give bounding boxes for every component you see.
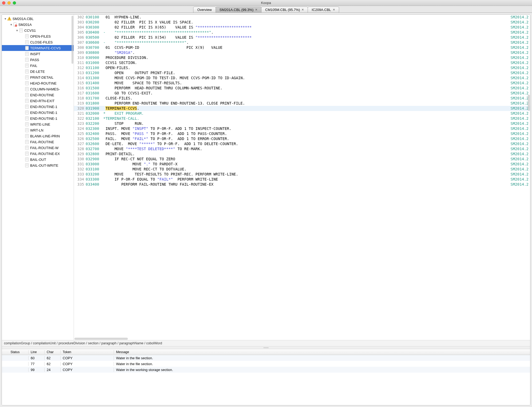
code-line[interactable]: 327032600 DE-LETE. MOVE "*****" TO P-OR-… (74, 141, 530, 146)
tree-item[interactable]: PRINT-DETAIL (2, 74, 74, 80)
tree-item[interactable]: FAIL-ROUTINE (2, 139, 74, 145)
sidebar-scrollbar[interactable] (72, 16, 73, 64)
tree-item[interactable]: COLUMN-NAMES- (2, 86, 74, 92)
tree-item[interactable]: BAIL-OUT (2, 157, 74, 162)
col-token[interactable]: Token (61, 350, 114, 354)
close-icon[interactable]: ✕ (255, 8, 257, 11)
tree-item[interactable]: TERMINATE-CCVS (2, 45, 74, 51)
sequence-number: 032900 (86, 157, 103, 162)
code-line[interactable]: 316031500 PERFORM HEAD-ROUTINE THRU COLU… (74, 86, 530, 91)
tree-item[interactable]: FAIL (2, 63, 74, 69)
code-line[interactable]: 324032300 INSPT. MOVE "INSPT" TO P-OR-F.… (74, 126, 530, 131)
code-line[interactable]: 335033400 PERFORM FAIL-ROUTINE THRU FAIL… (74, 182, 530, 187)
message-row[interactable]: 7762COPYWater in the file section. (2, 361, 530, 367)
line-number: 328 (74, 146, 86, 151)
tree-item[interactable]: END-RTN-EXIT (2, 98, 74, 104)
outline-sidebar[interactable]: ▼SM201A.CBL▼SM201A▼CCVS1OPEN-FILESCLOSE-… (2, 15, 74, 340)
tree-item[interactable]: ▼CCVS1 (2, 27, 74, 33)
col-line[interactable]: Line (29, 350, 45, 354)
code-line[interactable]: 328032700 MOVE "****TEST DELETED****" TO… (74, 146, 530, 151)
code-line[interactable]: 306030500 02 FILLER PIC IS X(54) VALUE I… (74, 35, 530, 40)
tree-item[interactable]: END-ROUTINE-1 (2, 104, 74, 110)
message-row[interactable]: 6062COPYWater in the file section. (2, 355, 530, 361)
close-icon[interactable]: ✕ (333, 8, 335, 11)
document-icon (25, 69, 29, 74)
tree-item[interactable]: FAIL-ROUTINE-EX (2, 151, 74, 157)
code-line[interactable]: 317031600 GO TO CCVS1-EXIT.SM2014.2 (74, 91, 530, 96)
code-line[interactable]: 332033100 MOVE REC-CT TO DOTVALUE.SM2014… (74, 167, 530, 172)
code-line[interactable]: 320031900 TERMINATE-CCVS.SM2014.2 (74, 106, 530, 111)
tree-item[interactable]: WRITE-LINE (2, 121, 74, 127)
code-text: 01 HYPHEN-LINE. (103, 15, 506, 20)
tab-3[interactable]: IC209A.CBL✕ (308, 7, 339, 13)
tree-item[interactable]: END-ROUTINE-1 (2, 110, 74, 115)
tab-0[interactable]: Overview (193, 7, 216, 13)
message-cell: Water in the file section. (114, 356, 530, 360)
code-line[interactable]: 333033200 MOVE TEST-RESULTS TO PRINT-REC… (74, 172, 530, 177)
tree-item[interactable]: END-ROUTINE (2, 92, 74, 98)
close-icon[interactable]: ✕ (301, 8, 304, 11)
tree-item[interactable]: WRT-LN (2, 127, 74, 133)
col-status[interactable]: Status (2, 350, 29, 354)
line-cell: 60 (29, 356, 45, 360)
tree-item[interactable]: BLANK-LINE-PRIN (2, 133, 74, 139)
code-line[interactable]: 322032100*TERMINATE-CALL.SM2014.2 (74, 116, 530, 121)
code-line[interactable]: 312031100 OPEN-FILES.SM2014.2 (74, 65, 530, 70)
code-line[interactable]: 307030600- "****************************… (74, 40, 530, 45)
col-message[interactable]: Message (114, 350, 530, 354)
breadcrumb[interactable]: compilationGroup / compilationUnit / pro… (2, 340, 530, 346)
tab-2[interactable]: CM105M.CBL (95.7%)✕ (261, 7, 308, 13)
minimize-window-button[interactable] (7, 1, 11, 5)
tree-item[interactable]: CLOSE-FILES (2, 39, 74, 45)
tree-item[interactable]: INSPT (2, 51, 74, 57)
tree-item[interactable]: OPEN-FILES (2, 33, 74, 39)
tab-1[interactable]: SM201A.CBL (99.3%)✕ (216, 7, 261, 13)
code-line[interactable]: 323032200 STOP RUN.SM2014.2 (74, 121, 530, 126)
tree-item[interactable]: PASS (2, 57, 74, 63)
disclosure-triangle-icon[interactable]: ▼ (15, 29, 19, 32)
disclosure-triangle-icon[interactable]: ▼ (3, 17, 7, 20)
message-row[interactable]: 9924COPYWater in the working storage sec… (2, 367, 530, 373)
code-line[interactable]: 318031700 CLOSE-FILES.SM2014.2 (74, 96, 530, 101)
code-line[interactable]: 309030800 "SM201A".SM2014.2 (74, 50, 530, 55)
tree-item[interactable]: BAIL-OUT-WRITE (2, 162, 74, 168)
code-line[interactable]: 315031400 MOVE SPACE TO TEST-RESULTS.SM2… (74, 81, 530, 86)
code-line[interactable]: 313031200 OPEN OUTPUT PRINT-FILE.SM2014.… (74, 70, 530, 75)
code-text: OPEN-FILES. (103, 65, 506, 70)
code-line[interactable]: 305030400- "****************************… (74, 30, 530, 35)
code-line[interactable]: 326032500 FAIL. MOVE "FAIL*" TO P-OR-F. … (74, 136, 530, 141)
horizontal-splitter[interactable] (2, 346, 530, 349)
code-line[interactable]: 319031800 PERFORM END-ROUTINE THRU END-R… (74, 101, 530, 106)
tree-item[interactable]: FAIL-ROUTINE-W (2, 145, 74, 151)
code-line[interactable]: 302030100 01 HYPHEN-LINE.SM2014.2 (74, 15, 530, 20)
code-line[interactable]: 329032800 PRINT-DETAIL.SM2014.2 (74, 151, 530, 157)
code-line[interactable]: 325032400 PASS. MOVE "PASS " TO P-OR-F. … (74, 131, 530, 136)
code-line[interactable]: 314031300 MOVE CCVS-PGM-ID TO TEST-ID. M… (74, 75, 530, 81)
code-editor[interactable]: 302030100 01 HYPHEN-LINE.SM2014.23030302… (74, 15, 530, 340)
code-line[interactable]: 311031000 CCVS1 SECTION.SM2014.2 (74, 60, 530, 65)
outline-tree[interactable]: ▼SM201A.CBL▼SM201A▼CCVS1OPEN-FILESCLOSE-… (2, 15, 74, 169)
code-text: 02 FILLER PIC IS X VALUE IS SPACE. (103, 20, 506, 25)
tree-item[interactable]: DE-LETE (2, 69, 74, 74)
messages-pane[interactable]: Status Line Char Token Message 6062COPYW… (2, 349, 530, 405)
editor-horizontal-scrollbar[interactable] (74, 338, 128, 340)
disclosure-triangle-icon[interactable]: ▼ (9, 23, 13, 26)
zoom-window-button[interactable] (13, 1, 16, 5)
tree-item[interactable]: ▼SM201A.CBL (2, 16, 74, 22)
code-line[interactable]: 321032000* EXIT PROGRAM.SM2014.2 (74, 111, 530, 116)
code-line[interactable]: 310030900 PROCEDURE DIVISION.SM2014.2 (74, 55, 530, 60)
tree-item[interactable]: END-ROUTINE-1 (2, 115, 74, 121)
code-line[interactable]: 304030300 02 FILLER PIC IS X(65) VALUE I… (74, 25, 530, 30)
code-line[interactable]: 330032900 IF REC-CT NOT EQUAL TO ZEROSM2… (74, 157, 530, 162)
close-window-button[interactable] (2, 1, 5, 5)
code-line[interactable]: 331033000 MOVE "." TO PARDOT-XSM2014.2 (74, 162, 530, 167)
code-line[interactable]: 334033300 IF P-OR-F EQUAL TO "FAIL*" PER… (74, 177, 530, 182)
tree-item-label: OPEN-FILES (30, 34, 51, 38)
col-char[interactable]: Char (45, 350, 61, 354)
tree-item[interactable]: ▼SM201A (2, 22, 74, 27)
code-line[interactable]: 308030700 01 CCVS-PGM-ID PIC X(9) VALUES… (74, 45, 530, 50)
editor-vertical-scrollbar[interactable] (528, 95, 530, 111)
code-text: PROCEDURE DIVISION. (103, 55, 506, 60)
tree-item[interactable]: HEAD-ROUTINE (2, 80, 74, 86)
code-line[interactable]: 303030200 02 FILLER PIC IS X VALUE IS SP… (74, 20, 530, 25)
